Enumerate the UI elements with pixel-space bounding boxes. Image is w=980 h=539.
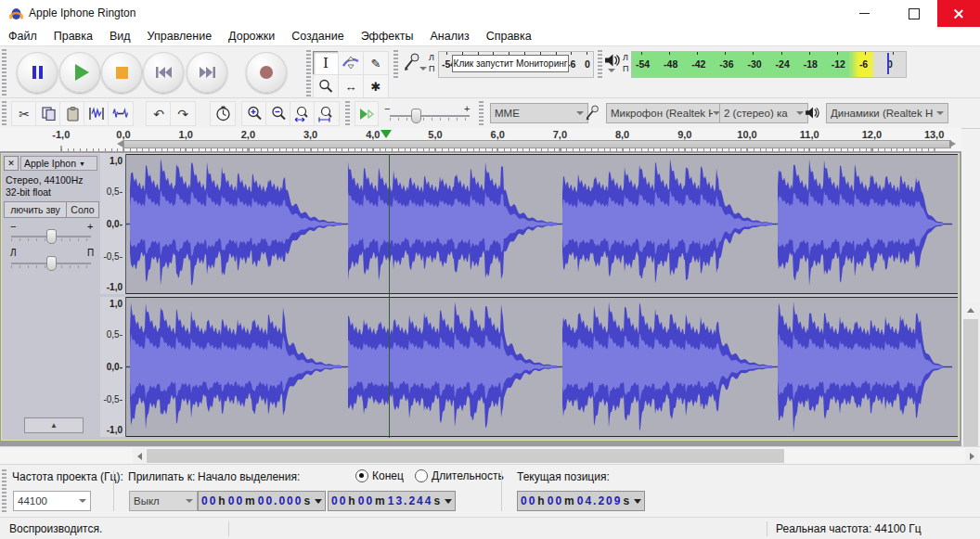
waveform-right-channel[interactable]: [126, 297, 958, 437]
vertical-ruler-left-channel[interactable]: 1,00,5-0,0--0,5--1,0: [100, 154, 126, 294]
draw-tool-button[interactable]: ✎: [363, 51, 389, 75]
project-rate-select[interactable]: 44100: [13, 491, 91, 511]
track-collapse-button[interactable]: ▲: [24, 417, 84, 433]
copy-button[interactable]: [35, 101, 61, 126]
play-button[interactable]: [59, 52, 100, 93]
timeshift-tool-button[interactable]: ↔: [338, 74, 364, 98]
quickplay-region[interactable]: [123, 140, 951, 148]
selection-start-field[interactable]: 00h 00m 00.000s: [198, 491, 326, 511]
horizontal-scrollbar[interactable]: [0, 446, 980, 465]
solo-button[interactable]: Соло: [66, 201, 99, 218]
menu-5[interactable]: Создание: [283, 28, 352, 45]
current-position-field[interactable]: 00h 00m 04.209s: [517, 491, 645, 511]
waveform-left-channel[interactable]: [126, 154, 958, 294]
edit-grip[interactable]: [2, 101, 6, 125]
track-close-button[interactable]: ✕: [4, 156, 19, 171]
speed-plus: +: [464, 103, 470, 114]
playback-meter[interactable]: -54-48-42-36-30-24-18-12-60: [631, 51, 907, 78]
scroll-up-button[interactable]: [961, 302, 980, 318]
speed-thumb[interactable]: [411, 109, 421, 123]
mute-button[interactable]: лючить зву: [4, 201, 67, 218]
meter-tick: [669, 52, 670, 55]
input-device-select[interactable]: Микрофон (Realtek H: [606, 103, 725, 123]
pan-thumb[interactable]: [46, 256, 57, 271]
maximize-button[interactable]: [893, 0, 935, 27]
zoom-tool-button[interactable]: [313, 74, 339, 98]
stop-button[interactable]: [101, 52, 142, 93]
zoom-out-icon: [271, 106, 287, 122]
start-minutes: 00: [228, 494, 244, 507]
record-meter-grip[interactable]: [393, 50, 398, 78]
gain-thumb[interactable]: [46, 229, 57, 244]
trim-audio-button[interactable]: [84, 101, 110, 126]
device-grip[interactable]: [479, 101, 484, 125]
minimize-button[interactable]: [843, 0, 885, 27]
record-meter-dropdown-icon[interactable]: [419, 67, 427, 71]
zoom-out-button[interactable]: [265, 101, 291, 126]
skip-to-end-button[interactable]: [187, 52, 227, 93]
play-meter-dropdown-icon[interactable]: [608, 69, 615, 72]
silence-audio-button[interactable]: [108, 101, 134, 126]
output-device-select[interactable]: Динамики (Realtek H: [826, 103, 948, 123]
menu-2[interactable]: Вид: [101, 28, 139, 45]
project-rate-value: 44100: [18, 495, 79, 507]
horizontal-scroll-thumb[interactable]: [147, 449, 784, 463]
vertical-ruler-right-channel[interactable]: 1,00,5-0,0--0,5--1,0: [100, 297, 126, 437]
selection-tool-button[interactable]: I: [313, 51, 339, 75]
redo-button[interactable]: ↷: [170, 101, 196, 126]
fit-selection-button[interactable]: [290, 101, 316, 126]
top-toolbar: I ✎ ↔ ✱ Л П -54 -6 0 Клик запустит Монит…: [0, 45, 980, 98]
play-at-speed-button[interactable]: [355, 101, 379, 126]
multi-tool-button[interactable]: ✱: [363, 74, 389, 98]
play-meter-scale-label: -42: [691, 58, 705, 70]
menu-4[interactable]: Дорожки: [220, 28, 283, 45]
speed-slider[interactable]: [390, 115, 470, 117]
pause-button[interactable]: [17, 52, 58, 93]
transcription-grip[interactable]: [345, 101, 350, 125]
fit-project-button[interactable]: [314, 101, 340, 126]
status-message: Воспроизводится.: [9, 522, 102, 535]
selection-end-field[interactable]: 00h 00m 13.244s: [328, 491, 456, 511]
pan-right-label: П: [87, 248, 94, 258]
track-title-menu[interactable]: Apple Iphon ▼: [20, 156, 97, 171]
scroll-right-button[interactable]: [965, 448, 978, 464]
radio-end[interactable]: Конец: [355, 469, 404, 482]
radio-length[interactable]: Длительность: [415, 469, 504, 482]
undo-button[interactable]: ↶: [146, 101, 172, 126]
scroll-left-button[interactable]: [133, 448, 146, 464]
play-meter-right-label: П: [623, 65, 628, 73]
amplitude-label: -1,0: [107, 282, 122, 292]
start-hours: 00: [201, 494, 217, 507]
menu-3[interactable]: Управление: [139, 28, 221, 45]
record-icon: [260, 66, 273, 79]
menu-8[interactable]: Справка: [478, 28, 540, 45]
menu-7[interactable]: Анализ: [421, 28, 477, 45]
paste-button[interactable]: [59, 101, 85, 126]
snap-to-select[interactable]: Выкл: [129, 491, 198, 511]
playhead-marker-icon[interactable]: [380, 130, 392, 138]
menu-6[interactable]: Эффекты: [353, 28, 422, 45]
tools-grip[interactable]: [306, 50, 311, 96]
field-dropdown-icon[interactable]: [315, 499, 322, 504]
timeline-ruler[interactable]: -1,00,01,02,03,04,05,06,07,08,09,010,011…: [0, 128, 961, 152]
cut-button[interactable]: ✂: [11, 101, 37, 126]
audio-host-select[interactable]: MME: [490, 103, 588, 123]
stop-icon: [116, 67, 128, 79]
transport-grip[interactable]: [2, 49, 6, 96]
field-dropdown-icon[interactable]: [445, 499, 452, 504]
selection-grip[interactable]: [2, 469, 6, 512]
close-button[interactable]: [937, 0, 980, 27]
amplitude-label: -1,0: [107, 425, 122, 435]
menu-1[interactable]: Правка: [45, 28, 101, 45]
menu-0[interactable]: Файл: [0, 28, 45, 45]
meter-tick: [809, 52, 810, 55]
skip-to-start-button[interactable]: [143, 52, 184, 93]
input-channels-select[interactable]: 2 (стерео) ка: [719, 103, 808, 123]
record-button[interactable]: [246, 52, 287, 93]
play-meter-grip[interactable]: [598, 50, 602, 78]
fit-project-icon: [318, 106, 335, 122]
envelope-tool-button[interactable]: [338, 51, 364, 75]
field-dropdown-icon[interactable]: [634, 499, 641, 504]
sync-lock-button[interactable]: [210, 101, 236, 126]
zoom-in-button[interactable]: [241, 101, 267, 126]
